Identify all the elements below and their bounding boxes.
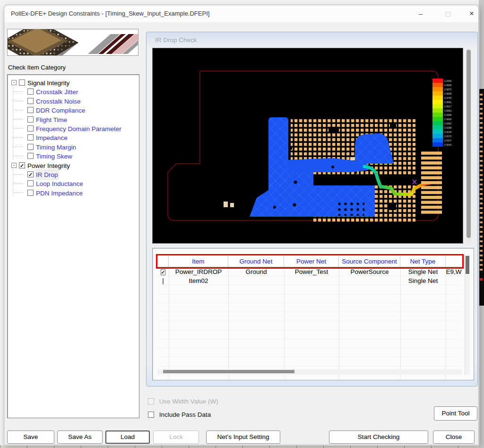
checkbox[interactable]: [27, 107, 34, 113]
legend-swatch: [432, 104, 443, 108]
cell-ground-net: [228, 276, 284, 285]
design-constraints-dialog: PollEx-DFE+ Design Constraints - [Timing…: [4, 5, 479, 445]
table-horizontal-scrollbar[interactable]: [157, 369, 462, 374]
window-title: PollEx-DFE+ Design Constraints - [Timing…: [11, 10, 209, 17]
save-button[interactable]: Save: [7, 430, 54, 444]
legend-swatch: [432, 121, 443, 125]
tree-item-frequency-domain-parameter[interactable]: Frequency Domain Parameter: [9, 124, 138, 133]
checkbox[interactable]: [19, 79, 25, 86]
cell-extra: [446, 276, 462, 285]
maximize-button[interactable]: [440, 8, 456, 19]
checkbox[interactable]: [19, 162, 25, 168]
check-items-table[interactable]: Item Ground Net Power Net Source Compone…: [152, 248, 474, 380]
legend-value: 0.9043: [444, 142, 451, 147]
legend-swatch: [432, 96, 443, 100]
legend-entry: 0.9043: [432, 142, 457, 147]
row-checkbox[interactable]: [163, 278, 164, 284]
tree-item-ir-drop[interactable]: IR Drop: [9, 170, 138, 179]
legend-swatch: [432, 117, 443, 121]
banner-art: [8, 29, 138, 55]
legend-entry: 0.9808: [432, 91, 457, 96]
use-width-value-checkbox: [148, 398, 154, 404]
table-row[interactable]: Item02 Single Net: [157, 276, 462, 285]
tree-item-crosstalk-noise[interactable]: Crosstalk Noise: [9, 97, 138, 105]
include-pass-data-label: Include Pass Data: [159, 411, 211, 418]
legend-entry: 0.9681: [432, 100, 457, 104]
annotation-highlight: [156, 254, 464, 269]
save-as-button[interactable]: Save As: [57, 430, 103, 444]
connector-pads: [421, 150, 442, 215]
legend-entry: 0.9745: [432, 96, 457, 100]
legend-swatch: [432, 142, 443, 147]
ir-drop-map-view[interactable]: 1.00000.99360.98720.98080.97450.96810.96…: [152, 48, 463, 244]
legend-swatch: [432, 125, 443, 130]
legend-entry: 0.9362: [432, 121, 457, 125]
legend-entry: 0.9170: [432, 134, 457, 138]
cpu-chip-graphic: [8, 29, 78, 55]
checkbox[interactable]: [27, 134, 34, 141]
include-pass-data-checkbox[interactable]: [148, 412, 154, 418]
legend-swatch: [432, 79, 443, 83]
legend-swatch: [432, 100, 443, 104]
tree-item-loop-inductance[interactable]: Loop Inductance: [9, 179, 138, 188]
legend-swatch: [432, 138, 443, 142]
checkbox[interactable]: [27, 153, 34, 159]
checkbox[interactable]: [27, 88, 34, 95]
check-item-tree[interactable]: - Signal Integrity Crosstalk Jitter Cros…: [7, 74, 139, 418]
close-button[interactable]: ×: [464, 8, 480, 19]
checkbox[interactable]: [27, 125, 34, 132]
legend-swatch: [432, 108, 443, 113]
image-vertical-scrollbar[interactable]: [466, 48, 471, 244]
legend-entry: 0.9617: [432, 104, 457, 108]
scrollbar-thumb[interactable]: [466, 256, 469, 274]
collapse-icon[interactable]: -: [11, 163, 17, 168]
close-dialog-button[interactable]: Close: [433, 430, 475, 444]
tree-item-ddr-compliance[interactable]: DDR Compliance: [9, 105, 138, 114]
group-title: IR Drop Check: [155, 36, 197, 44]
legend-entry: 0.9426: [432, 117, 457, 121]
tree-item-pdn-impedance[interactable]: PDN Impedance: [9, 188, 138, 197]
check-item-category-label: Check Item Category: [8, 64, 66, 71]
titlebar[interactable]: PollEx-DFE+ Design Constraints - [Timing…: [4, 5, 478, 22]
cell-item: Item02: [169, 276, 228, 285]
legend-entry: 0.9872: [432, 87, 457, 91]
tree-item-power-integrity[interactable]: - Power Integrity: [9, 161, 138, 170]
tree-item-impedance[interactable]: Impedance: [9, 133, 138, 142]
ir-drop-check-group: IR Drop Check: [146, 32, 478, 387]
legend-entry: 0.9489: [432, 113, 457, 117]
legend-swatch: [432, 134, 443, 138]
background-app-bottom-edge: [0, 445, 479, 448]
tree-item-timing-skew[interactable]: Timing Skew: [9, 151, 138, 160]
tree-item-flight-time[interactable]: Flight Time: [9, 115, 138, 124]
legend-swatch: [432, 83, 443, 87]
tree-item-timing-margin[interactable]: Timing Margin: [9, 142, 138, 151]
legend-swatch: [432, 113, 443, 117]
include-pass-data-option[interactable]: Include Pass Data: [148, 411, 211, 418]
color-scale-legend: 1.00000.99360.98720.98080.97450.96810.96…: [432, 79, 457, 147]
point-tool-button[interactable]: Point Tool: [434, 406, 477, 421]
legend-entry: 0.9298: [432, 125, 457, 130]
checkbox[interactable]: [27, 171, 34, 177]
checkbox[interactable]: [27, 98, 34, 104]
scrollbar-thumb[interactable]: [467, 50, 471, 238]
table-body: Power_IRDROP Ground Power_Test PowerSour…: [157, 267, 462, 379]
checkbox[interactable]: [27, 180, 34, 186]
row-checkbox[interactable]: [161, 269, 165, 275]
legend-entry: 0.9234: [432, 130, 457, 134]
minimize-button[interactable]: –: [413, 8, 429, 19]
start-checking-button[interactable]: Start Checking: [329, 430, 428, 444]
banner-image: [7, 29, 138, 56]
load-button[interactable]: Load: [105, 430, 150, 444]
nets-input-setting-button[interactable]: Net's Input Setting: [206, 430, 280, 444]
legend-entry: 0.9553: [432, 108, 457, 113]
table-vertical-scrollbar[interactable]: [465, 255, 470, 375]
probe-x-marker: [413, 180, 416, 184]
scrollbar-thumb[interactable]: [163, 370, 294, 373]
tree-item-crosstalk-jitter[interactable]: Crosstalk Jitter: [9, 87, 138, 96]
tree-item-signal-integrity[interactable]: - Signal Integrity: [9, 78, 138, 87]
background-app-edge: [479, 0, 484, 448]
checkbox[interactable]: [27, 190, 34, 196]
collapse-icon[interactable]: -: [11, 80, 17, 85]
checkbox[interactable]: [27, 144, 34, 150]
checkbox[interactable]: [27, 116, 34, 123]
